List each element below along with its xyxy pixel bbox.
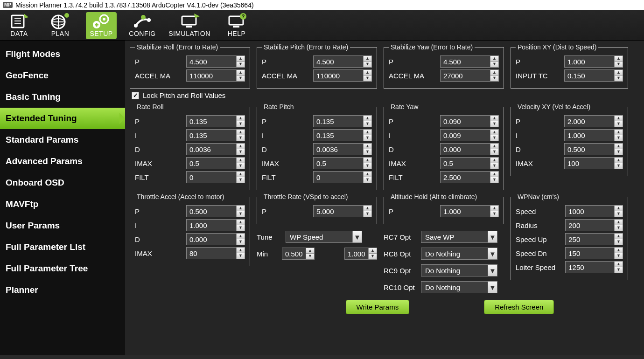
group-stabilize-yaw: Stabilize Yaw (Error to Rate) P▲▼ ACCEL … [384, 43, 504, 89]
posxy-inputtc[interactable]: ▲▼ [564, 69, 623, 82]
rc8-combo[interactable]: Do Nothing▼ [421, 248, 497, 260]
wpnav-loiter[interactable]: ▲▼ [565, 261, 623, 273]
main-panel: Stabilize Roll (Error to Rate) P▲▼ ACCEL… [125, 41, 644, 355]
chevron-down-icon: ▼ [488, 282, 497, 293]
sidebar-item-full-parameter-list[interactable]: Full Parameter List [0, 236, 125, 258]
ratepitch-p[interactable]: ▲▼ [313, 115, 372, 127]
help-icon: ? [225, 12, 248, 30]
sidebar: Flight Modes GeoFence Basic Tuning Exten… [0, 41, 125, 355]
thraccel-d[interactable]: ▲▼ [186, 233, 245, 245]
rateyaw-p[interactable]: ▲▼ [440, 115, 499, 127]
rc7-combo[interactable]: Save WP▼ [421, 231, 497, 243]
simulation-icon [178, 12, 201, 30]
sidebar-item-flight-modes[interactable]: Flight Modes [0, 43, 125, 65]
ratepitch-d[interactable]: ▲▼ [313, 143, 372, 155]
checkbox-icon: ✓ [132, 92, 139, 99]
stabroll-p[interactable]: ▲▼ [186, 55, 245, 68]
sidebar-item-advanced-params[interactable]: Advanced Params [0, 151, 125, 172]
ratepitch-i[interactable]: ▲▼ [313, 129, 372, 141]
althold-p[interactable]: ▲▼ [440, 205, 499, 217]
plan-icon [49, 12, 71, 30]
sidebar-item-mavftp[interactable]: MAVFtp [0, 193, 125, 215]
ratepitch-imax[interactable]: ▲▼ [313, 157, 372, 169]
rateroll-p[interactable]: ▲▼ [186, 115, 245, 127]
group-throttle-accel: Throttle Accel (Accel to motor) P▲▼ I▲▼ … [130, 193, 250, 266]
ratepitch-filt[interactable]: ▲▼ [313, 171, 372, 183]
group-stabilize-pitch: Stabilize Pitch (Error to Rate) P▲▼ ACCE… [257, 43, 377, 89]
sidebar-item-geofence[interactable]: GeoFence [0, 65, 125, 86]
chevron-down-icon: ▼ [488, 265, 497, 276]
sidebar-item-extended-tuning[interactable]: Extended Tuning [0, 108, 125, 129]
group-rate-pitch: Rate Pitch P▲▼ I▲▼ D▲▼ IMAX▲▼ FILT▲▼ [257, 103, 377, 190]
rateroll-filt[interactable]: ▲▼ [186, 171, 245, 183]
group-stabilize-roll: Stabilize Roll (Error to Rate) P▲▼ ACCEL… [130, 43, 250, 89]
group-rate-roll: Rate Roll P▲▼ I▲▼ D▲▼ IMAX▲▼ FILT▲▼ [130, 103, 250, 190]
toolbar-help[interactable]: ? HELP [221, 12, 252, 39]
config-icon [131, 12, 154, 30]
svg-rect-22 [233, 26, 239, 28]
chevron-down-icon: ▼ [488, 231, 497, 242]
toolbar-setup[interactable]: SETUP [86, 12, 117, 39]
window-titlebar: MP Mission Planner 1.3.74.2 build 1.3.78… [0, 0, 644, 10]
group-rate-yaw: Rate Yaw P▲▼ I▲▼ D▲▼ IMAX▲▼ FILT▲▼ [384, 103, 504, 190]
sidebar-item-user-params[interactable]: User Params [0, 215, 125, 236]
chevron-down-icon: ▼ [352, 231, 362, 242]
toolbar-config[interactable]: CONFIG [127, 12, 158, 39]
chevron-down-icon: ▼ [488, 248, 497, 259]
group-position-xy: Position XY (Dist to Speed) P▲▼ INPUT TC… [511, 43, 628, 89]
svg-point-15 [134, 24, 138, 28]
tune-min[interactable]: ▲▼ [282, 248, 315, 260]
setup-icon [90, 12, 112, 30]
sidebar-item-onboard-osd[interactable]: Onboard OSD [0, 172, 125, 193]
velxy-p[interactable]: ▲▼ [564, 115, 623, 127]
rateroll-d[interactable]: ▲▼ [186, 143, 245, 155]
stabpitch-accel[interactable]: ▲▼ [313, 69, 372, 82]
thrrate-p[interactable]: ▲▼ [313, 205, 372, 217]
rateyaw-d[interactable]: ▲▼ [440, 143, 499, 155]
sidebar-item-full-parameter-tree[interactable]: Full Parameter Tree [0, 258, 125, 279]
svg-point-17 [141, 15, 146, 20]
thraccel-imax[interactable]: ▲▼ [186, 247, 245, 259]
rc10-combo[interactable]: Do Nothing▼ [421, 281, 497, 293]
svg-rect-19 [186, 26, 192, 28]
main-toolbar: DATA PLAN SETUP CONFIG SIMULATION ? HELP [0, 10, 644, 41]
tune-combo[interactable]: WP Speed▼ [286, 231, 362, 243]
wpnav-radius[interactable]: ▲▼ [565, 219, 623, 231]
wpnav-speedup[interactable]: ▲▼ [565, 233, 623, 245]
stabroll-accel[interactable]: ▲▼ [186, 69, 245, 82]
rateroll-imax[interactable]: ▲▼ [186, 157, 245, 169]
velxy-d[interactable]: ▲▼ [564, 143, 623, 155]
stabyaw-accel[interactable]: ▲▼ [440, 69, 499, 82]
velxy-i[interactable]: ▲▼ [564, 129, 623, 141]
rateyaw-imax[interactable]: ▲▼ [440, 157, 499, 169]
rc9-combo[interactable]: Do Nothing▼ [421, 264, 497, 276]
thraccel-i[interactable]: ▲▼ [186, 219, 245, 231]
toolbar-data[interactable]: DATA [4, 12, 35, 39]
svg-rect-18 [182, 16, 196, 25]
svg-point-16 [147, 18, 151, 22]
svg-text:?: ? [242, 14, 245, 19]
sidebar-item-standard-params[interactable]: Standard Params [0, 129, 125, 151]
refresh-screen-button[interactable]: Refresh Screen [484, 300, 554, 314]
stabpitch-p[interactable]: ▲▼ [313, 55, 372, 68]
wpnav-speeddn[interactable]: ▲▼ [565, 247, 623, 259]
group-altitude-hold: Altitude Hold (Alt to climbrate) P▲▼ [384, 193, 504, 224]
rateyaw-i[interactable]: ▲▼ [440, 129, 499, 141]
stabyaw-p[interactable]: ▲▼ [440, 55, 499, 68]
posxy-p[interactable]: ▲▼ [564, 55, 623, 68]
sidebar-item-planner[interactable]: Planner [0, 279, 125, 301]
thraccel-p[interactable]: ▲▼ [186, 205, 245, 217]
lock-pitch-roll-checkbox[interactable]: ✓ Lock Pitch and Roll Values [132, 91, 639, 99]
toolbar-plan[interactable]: PLAN [45, 12, 76, 39]
wpnav-speed[interactable]: ▲▼ [565, 205, 623, 217]
rateyaw-filt[interactable]: ▲▼ [440, 171, 499, 183]
tune-max[interactable]: ▲▼ [344, 248, 377, 260]
data-icon [8, 12, 30, 30]
toolbar-simulation[interactable]: SIMULATION [168, 12, 211, 39]
svg-marker-20 [194, 14, 200, 18]
sidebar-item-basic-tuning[interactable]: Basic Tuning [0, 86, 125, 108]
rateroll-i[interactable]: ▲▼ [186, 129, 245, 141]
group-throttle-rate: Throttle Rate (VSpd to accel) P▲▼ [257, 193, 377, 224]
velxy-imax[interactable]: ▲▼ [564, 157, 623, 169]
write-params-button[interactable]: Write Params [346, 300, 410, 314]
